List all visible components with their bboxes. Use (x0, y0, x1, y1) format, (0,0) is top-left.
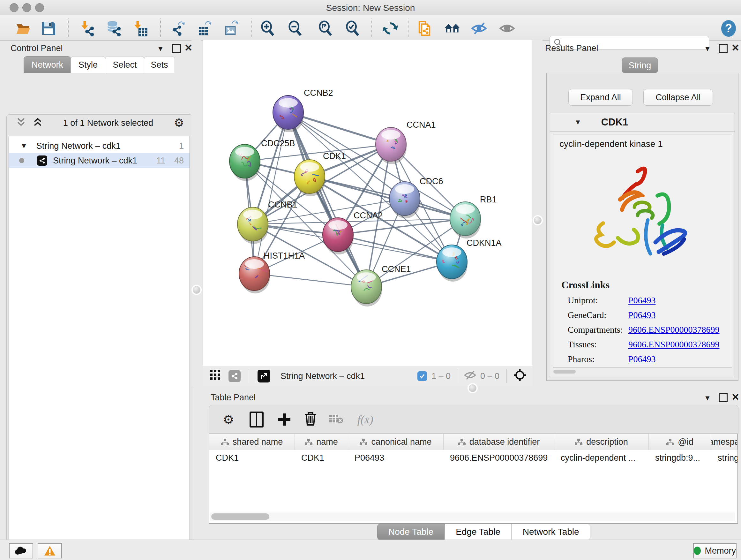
maximize-panel-icon[interactable] (719, 44, 728, 53)
table-options-gear-icon[interactable]: ⚙ (223, 413, 234, 426)
tab-network[interactable]: Network (23, 56, 71, 73)
zoom-fit-button[interactable] (318, 20, 333, 37)
column-header-database-identifier[interactable]: database identifier (444, 434, 554, 450)
expand-all-networks-icon[interactable] (33, 117, 43, 129)
network-row-selected[interactable]: String Network – cdk1 11 48 (9, 153, 190, 168)
show-all-button[interactable] (499, 20, 515, 37)
network-node-ccna1[interactable]: CCNA1 (376, 120, 436, 164)
hide-selected-button[interactable] (471, 20, 487, 37)
close-panel-icon[interactable]: ✕ (731, 42, 739, 53)
tab-edge-table[interactable]: Edge Table (445, 523, 512, 540)
network-node-cdc6[interactable]: CDC6 (389, 177, 443, 219)
crosslink-link[interactable]: 9606.ENSP00000378699 (628, 339, 719, 350)
network-node-ccnb1[interactable]: CCNB1 (238, 200, 297, 244)
warnings-button[interactable] (38, 543, 62, 558)
column-header-canonical-name[interactable]: canonical name (348, 434, 444, 450)
network-node-ccne1[interactable]: CCNE1 (351, 264, 411, 307)
table-cell[interactable]: CDK1 (209, 450, 295, 465)
network-edge[interactable] (254, 112, 288, 273)
table-cell[interactable]: stringdb:9... (649, 450, 711, 465)
save-session-button[interactable] (40, 20, 56, 37)
network-node-cdk1[interactable]: CDK1 (294, 151, 346, 196)
collapse-triangle-icon[interactable]: ▼ (20, 142, 27, 150)
column-header-shared-name[interactable]: shared name (209, 434, 295, 450)
network-edge[interactable] (288, 112, 366, 287)
float-panel-icon[interactable]: ▼ (704, 394, 711, 402)
tab-select[interactable]: Select (105, 56, 145, 73)
delete-column-icon[interactable] (305, 412, 317, 427)
collapse-triangle-icon[interactable]: ▼ (575, 118, 582, 126)
results-hscrollbar-thumb[interactable] (553, 370, 576, 374)
tab-string-results[interactable]: String (622, 57, 658, 73)
table-row[interactable]: CDK1CDK1P064939606.ENSP00000378699cyclin… (209, 450, 738, 465)
right-splitter-handle[interactable] (534, 216, 542, 224)
crosslink-link[interactable]: P06493 (628, 310, 656, 320)
zoom-in-button[interactable] (260, 20, 276, 37)
maximize-panel-icon[interactable] (172, 44, 181, 53)
zoom-in-icon (260, 20, 276, 37)
selected-checkbox-icon[interactable] (417, 371, 427, 381)
network-canvas[interactable]: CCNB2CCNA1CDC25BCDK1CDC6RB1CCNB1CCNA2CDK… (203, 40, 532, 366)
table-cell[interactable]: P06493 (348, 450, 444, 465)
column-header-namespace[interactable]: namespace (711, 434, 738, 450)
left-splitter[interactable] (192, 40, 201, 386)
tab-style[interactable]: Style (71, 56, 106, 73)
network-collection-row[interactable]: ▼ String Network – cdk1 1 (9, 138, 190, 153)
share-view-icon[interactable] (228, 370, 241, 382)
import-network-from-database-button[interactable] (105, 20, 121, 37)
expand-all-button[interactable]: Expand All (568, 89, 633, 106)
table-cell[interactable]: CDK1 (295, 450, 348, 465)
crosslink-link[interactable]: 9606.ENSP00000378699 (628, 325, 719, 335)
export-network-button[interactable] (171, 20, 186, 37)
network-node-hist1h1a[interactable]: HIST1H1A (239, 251, 305, 294)
table-hscrollbar-thumb[interactable] (211, 513, 269, 520)
first-neighbors-button[interactable] (444, 20, 460, 37)
cloud-status-button[interactable] (9, 543, 33, 558)
crosslink-row: Compartments:9606.ENSP00000378699 (568, 325, 732, 335)
tab-network-table[interactable]: Network Table (512, 523, 590, 540)
collapse-all-networks-icon[interactable] (16, 117, 26, 129)
import-table-button[interactable] (132, 20, 148, 37)
help-button[interactable]: ? (721, 20, 737, 37)
tab-sets[interactable]: Sets (144, 56, 175, 73)
float-panel-icon[interactable]: ▼ (704, 45, 711, 53)
column-header-name[interactable]: name (295, 434, 348, 450)
gene-section-header[interactable]: ▼ CDK1 (550, 113, 735, 132)
detach-view-icon[interactable] (258, 370, 270, 382)
refresh-view-button[interactable] (382, 20, 398, 37)
right-splitter[interactable] (532, 40, 542, 386)
crosslink-link[interactable]: P06493 (628, 295, 656, 306)
zoom-out-button[interactable] (287, 20, 303, 37)
import-network-button[interactable] (79, 20, 95, 37)
clone-network-button[interactable] (417, 20, 433, 37)
export-image-button[interactable] (223, 20, 239, 37)
network-edge[interactable] (254, 273, 366, 287)
network-node-rb1[interactable]: RB1 (450, 195, 497, 239)
memory-label: Memory (704, 546, 736, 556)
zoom-selected-button[interactable] (345, 20, 360, 37)
left-splitter-handle[interactable] (193, 286, 200, 294)
grid-view-icon[interactable] (210, 370, 221, 383)
float-panel-icon[interactable]: ▼ (157, 45, 164, 53)
open-session-button[interactable] (15, 20, 31, 37)
close-panel-icon[interactable]: ✕ (731, 391, 739, 402)
table-cell[interactable]: 9606.ENSP00000378699 (444, 450, 554, 465)
help-icon: ? (721, 19, 737, 37)
add-column-icon[interactable] (278, 414, 290, 426)
column-header-description[interactable]: description (554, 434, 649, 450)
export-table-button[interactable] (197, 20, 212, 37)
network-options-gear-icon[interactable]: ⚙ (174, 117, 184, 129)
network-node-cdkn1a[interactable]: CDKN1A (436, 238, 502, 282)
collapse-all-button[interactable]: Collapse All (643, 89, 713, 106)
column-header--id[interactable]: @id (649, 434, 711, 450)
crosslink-link[interactable]: P06493 (628, 354, 656, 364)
network-status-dot (19, 158, 24, 163)
memory-button[interactable]: Memory (693, 543, 737, 558)
table-cell[interactable]: stringdb (711, 450, 738, 465)
table-hscrollbar[interactable] (210, 512, 735, 521)
birdseye-view-icon[interactable] (513, 368, 527, 384)
table-cell[interactable]: cyclin-dependent ... (554, 450, 649, 465)
tab-node-table[interactable]: Node Table (377, 523, 445, 540)
show-columns-icon[interactable] (250, 412, 264, 428)
maximize-panel-icon[interactable] (719, 393, 728, 402)
